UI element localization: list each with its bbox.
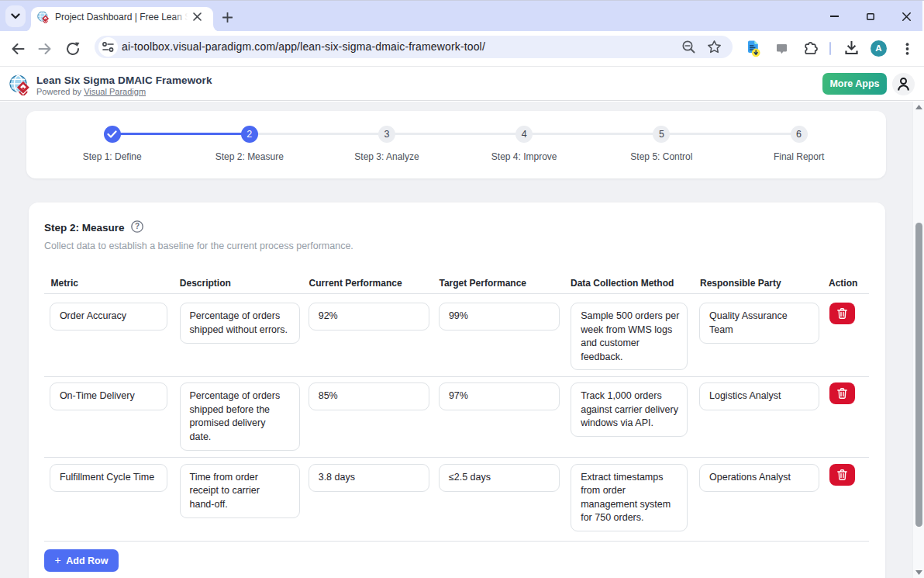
svg-text:?: ? [135, 222, 140, 230]
